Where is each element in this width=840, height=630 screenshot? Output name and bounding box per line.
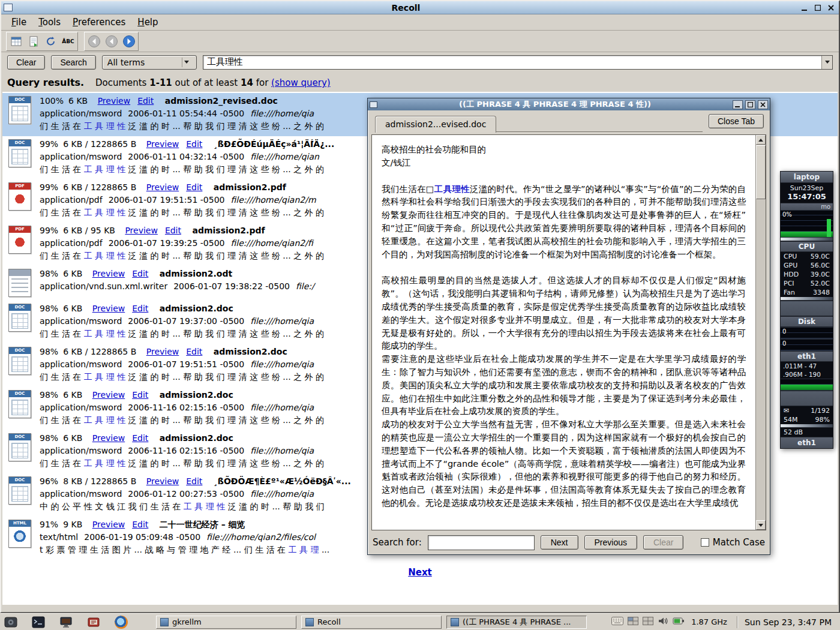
- disk-panel-label: Disk: [781, 316, 833, 327]
- display-icon[interactable]: [59, 616, 73, 629]
- previous-page-icon[interactable]: [103, 34, 119, 49]
- window-button-icon: [160, 618, 169, 626]
- edit-link[interactable]: Edit: [132, 390, 148, 400]
- preview-link[interactable]: Preview: [98, 96, 131, 106]
- app-launcher-icon[interactable]: [4, 616, 18, 629]
- preview-link[interactable]: Preview: [92, 433, 125, 443]
- edit-link[interactable]: Edit: [132, 520, 148, 529]
- file-date: 2006-01-11 04:32:14 -0500: [128, 152, 244, 161]
- taskbar-window-button[interactable]: gkrellm: [156, 616, 296, 629]
- close-icon[interactable]: [826, 3, 836, 12]
- clear-button[interactable]: Clear: [7, 55, 45, 70]
- memory-percent: 98%: [815, 416, 830, 424]
- edit-link[interactable]: Edit: [137, 96, 154, 106]
- preview-text-area[interactable]: 高校招生的社会功能和目的 文/钱江 我们生活在□工具理性泛滥的时代。作为“世之显…: [371, 134, 766, 530]
- snippet: 们 生 活 在 工 具 理 性 泛 滥 的 时 ... 帮 助 我 们 理 清 …: [40, 457, 324, 470]
- keyboard-layout-icon[interactable]: [611, 617, 623, 627]
- edit-link[interactable]: Edit: [186, 139, 202, 149]
- file-url: file:///home/qian2/fi: [230, 238, 313, 248]
- preview-link[interactable]: Preview: [146, 347, 179, 356]
- minimize-icon[interactable]: [733, 100, 743, 109]
- preview-tab[interactable]: admission2...evised.doc: [375, 116, 496, 133]
- file-url: file:///home/qian2/m: [230, 195, 316, 205]
- clock-panel: Sun23Sep 15:47:05: [781, 183, 833, 203]
- menu-file[interactable]: File: [6, 15, 32, 29]
- net-rx-label: .011M - 47: [781, 362, 833, 370]
- preview-link[interactable]: Preview: [92, 390, 125, 400]
- find-clear-button[interactable]: Clear: [643, 535, 683, 550]
- preview-window-title: ((工 PHRASE 4 具 PHRASE 4 理 PHRASE 4 性)): [380, 99, 730, 110]
- show-query-link[interactable]: (show query): [271, 77, 331, 88]
- window-icon[interactable]: [370, 101, 377, 108]
- editor-icon[interactable]: [86, 616, 101, 629]
- find-input[interactable]: [428, 535, 535, 550]
- highlighted-term: 工 具 理 性: [184, 502, 225, 511]
- recoll-titlebar[interactable]: Recoll: [1, 1, 839, 14]
- query-combobox: [203, 55, 833, 70]
- edit-link[interactable]: Edit: [186, 182, 202, 192]
- net-chart: [781, 379, 833, 391]
- find-next-button[interactable]: Next: [541, 535, 578, 550]
- edit-link[interactable]: Edit: [132, 304, 148, 313]
- search-input[interactable]: [203, 56, 821, 69]
- term-explorer-icon[interactable]: ÂBC: [60, 34, 76, 49]
- taskbar-clock[interactable]: Sun Sep 23, 3:47 PM: [745, 617, 836, 627]
- edit-link[interactable]: Edit: [132, 269, 148, 278]
- minimize-icon[interactable]: [799, 3, 810, 12]
- preview-link[interactable]: Preview: [92, 520, 125, 529]
- preview-link[interactable]: Preview: [146, 139, 179, 149]
- next-page-icon[interactable]: [121, 34, 137, 49]
- maximize-icon[interactable]: [745, 100, 755, 109]
- edit-link[interactable]: Edit: [186, 476, 202, 486]
- file-type-icon: HTML: [8, 520, 31, 548]
- index-status-icon[interactable]: [25, 34, 41, 49]
- scroll-up-icon[interactable]: [756, 135, 766, 145]
- preview-link[interactable]: Preview: [92, 269, 125, 278]
- volume-icon[interactable]: [658, 616, 668, 628]
- find-previous-button[interactable]: Previous: [584, 535, 637, 550]
- scrollbar-thumb[interactable]: [756, 145, 766, 199]
- taskbar-window-button[interactable]: Recoll: [301, 616, 442, 629]
- first-page-icon[interactable]: [86, 34, 102, 49]
- scroll-down-icon[interactable]: [756, 520, 766, 530]
- menu-preferences[interactable]: Preferences: [67, 15, 131, 29]
- edit-link[interactable]: Edit: [186, 347, 202, 356]
- close-tab-button[interactable]: Close Tab: [709, 114, 764, 128]
- file-date: 2006-01-07 19:38:22 -0500: [173, 281, 290, 291]
- search-button[interactable]: Search: [51, 55, 95, 70]
- preview-link[interactable]: Preview: [125, 226, 158, 235]
- query-history-icon[interactable]: [43, 34, 59, 49]
- preview-link[interactable]: Preview: [146, 182, 179, 192]
- scrollbar[interactable]: [755, 135, 766, 530]
- cpu-frequency-label: 1.87 GHz: [691, 617, 727, 626]
- pager-icon[interactable]: [628, 617, 638, 627]
- result-title: admission2.pdf: [192, 226, 265, 235]
- file-date: 2006-01-07 19:51:51 -0500: [128, 359, 244, 369]
- result-title: 二十一世纪经济 – 细览: [160, 520, 245, 529]
- preview-tabbar: admission2...evised.doc Close Tab: [368, 110, 770, 132]
- next-results-link[interactable]: Next: [408, 567, 432, 578]
- edit-link[interactable]: Edit: [132, 433, 148, 443]
- search-mode-select[interactable]: All terms: [102, 55, 197, 70]
- maximize-icon[interactable]: [812, 3, 823, 12]
- firefox-icon[interactable]: [114, 616, 128, 629]
- match-case-checkbox[interactable]: [701, 538, 709, 547]
- file-url: file:///home/qia: [250, 446, 314, 455]
- taskbar-window-button[interactable]: ((工 PHRASE 4 具 PHRASE ...: [446, 616, 587, 629]
- preview-link[interactable]: Preview: [146, 476, 179, 486]
- query-history-dropdown-icon[interactable]: [821, 56, 832, 69]
- file-type-icon: DOC: [8, 96, 31, 124]
- edit-link[interactable]: Edit: [165, 226, 181, 235]
- close-icon[interactable]: [758, 100, 768, 109]
- menu-help[interactable]: Help: [132, 15, 163, 29]
- file-size: 6 KB / 1228865 B: [63, 182, 136, 192]
- result-table-icon[interactable]: [8, 34, 24, 49]
- window-icon[interactable]: [4, 4, 13, 11]
- terminal-icon[interactable]: [31, 616, 46, 629]
- battery-icon[interactable]: [673, 617, 685, 627]
- preview-link[interactable]: Preview: [92, 304, 125, 313]
- menu-tools[interactable]: Tools: [33, 15, 66, 29]
- gkrellm-monitor[interactable]: laptop Sun23Sep 15:47:05 mo 0% CPU CPU59…: [780, 171, 833, 449]
- pager-icon[interactable]: [643, 617, 653, 627]
- preview-titlebar[interactable]: ((工 PHRASE 4 具 PHRASE 4 理 PHRASE 4 性)): [368, 98, 770, 110]
